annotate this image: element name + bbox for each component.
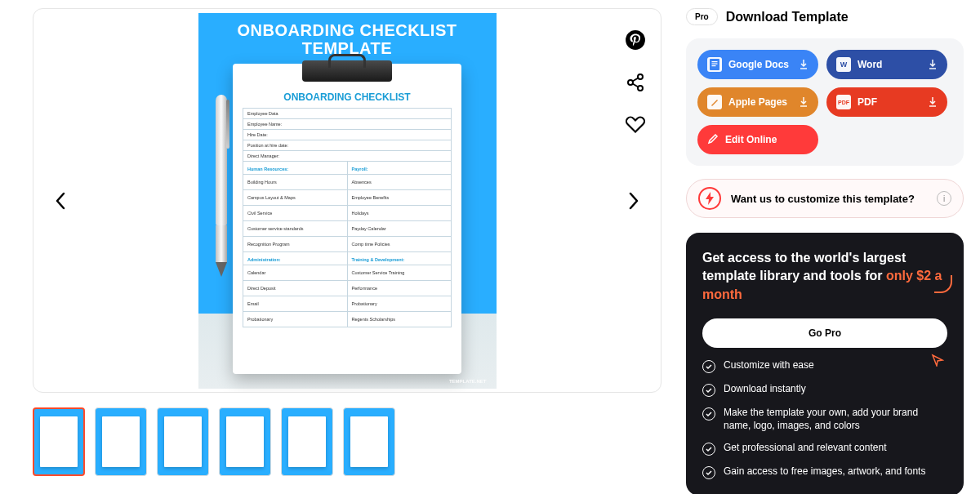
doc-row: Direct Deposit: [243, 281, 347, 296]
svg-point-1: [638, 74, 643, 79]
word-icon: W: [836, 57, 851, 72]
doc-title: ONBOARDING CHECKLIST: [243, 91, 452, 103]
doc-section-title: Payroll:: [348, 162, 452, 175]
doc-row: Performance: [348, 281, 452, 296]
check-icon: [702, 384, 715, 397]
svg-rect-8: [712, 64, 718, 65]
next-button[interactable]: [621, 189, 646, 213]
promo-panel: Get access to the world's largest templa…: [686, 233, 964, 494]
doc-row: Payday Calendar: [348, 221, 452, 237]
doc-row: Probationary: [243, 312, 347, 327]
check-icon: [702, 360, 715, 373]
doc-column: Payroll:AbsencesEmployee BenefitsHoliday…: [348, 162, 452, 327]
doc-row: Probationary: [348, 296, 452, 312]
doc-head-row: Employee Name:: [243, 119, 451, 130]
check-icon: [702, 466, 715, 479]
doc-head-row: Hire Date:: [243, 130, 451, 140]
thumb-inner: [102, 416, 140, 467]
pro-badge: Pro: [686, 8, 718, 25]
svg-line-5: [633, 84, 639, 87]
doc-row: Employee Benefits: [348, 190, 452, 206]
download-apple-pages[interactable]: Apple Pages: [697, 87, 818, 117]
bolt-icon: [698, 187, 721, 210]
thumb-inner: [164, 416, 202, 467]
thumbnail-4[interactable]: [219, 407, 271, 476]
doc-section-title: Administration:: [243, 252, 347, 265]
thumb-inner: [350, 416, 388, 467]
customize-cta[interactable]: Want us to customize this template? i: [686, 179, 964, 218]
doc-row: Comp time Policies: [348, 237, 452, 252]
thumbnail-2[interactable]: [95, 407, 147, 476]
watermark: TEMPLATE.NET: [449, 379, 487, 384]
thumbnail-strip: [33, 407, 662, 476]
pages-icon: [707, 95, 722, 109]
edit-online-button[interactable]: Edit Online: [697, 125, 818, 154]
doc-row: Civil Service: [243, 206, 347, 221]
download-google-docs[interactable]: Google Docs: [697, 50, 818, 79]
doc-head-row: Direct Manager:: [243, 151, 451, 161]
pinterest-icon[interactable]: [625, 29, 646, 51]
doc-row: Email: [243, 296, 347, 312]
customize-text: Want us to customize this template?: [731, 193, 927, 205]
template-heading: ONBOARDING CHECKLIST TEMPLATE: [238, 21, 457, 57]
download-icon: [799, 60, 808, 69]
doc-row: Building Hours: [243, 175, 347, 190]
feature-item: Make the template your own, add your bra…: [702, 407, 947, 432]
prev-button[interactable]: [48, 189, 73, 213]
feature-text: Make the template your own, add your bra…: [724, 407, 947, 432]
download-word[interactable]: W Word: [826, 50, 947, 79]
doc-column: Human Resources:Building HoursCampus Lay…: [243, 162, 348, 327]
cursor-icon: [931, 354, 944, 370]
template-preview: ONBOARDING CHECKLIST TEMPLATE ONBOARDING…: [198, 13, 497, 389]
feature-text: Download instantly: [724, 383, 806, 396]
pdf-icon: PDF: [836, 95, 851, 109]
doc-row: Calendar: [243, 265, 347, 281]
gdocs-icon: [707, 57, 722, 72]
feature-item: Download instantly: [702, 383, 947, 397]
doc-section-title: Human Resources:: [243, 162, 347, 175]
doc-row: Holidays: [348, 206, 452, 221]
doc-row: Customer service standards: [243, 221, 347, 237]
thumbnail-3[interactable]: [157, 407, 209, 476]
feature-item: Customize with ease: [702, 359, 947, 373]
doc-row: Absences: [348, 175, 452, 190]
svg-line-4: [633, 78, 639, 82]
edit-label: Edit Online: [725, 134, 777, 145]
thumb-inner: [288, 416, 326, 467]
preview-card: ONBOARDING CHECKLIST TEMPLATE ONBOARDING…: [33, 8, 662, 393]
download-icon: [799, 97, 808, 107]
page-title: Download Template: [726, 10, 849, 24]
gdocs-label: Google Docs: [728, 59, 792, 70]
svg-point-2: [628, 80, 633, 85]
share-icon[interactable]: [625, 72, 646, 93]
doc-row: Campus Layout & Maps: [243, 190, 347, 206]
pen-graphic: [213, 95, 229, 289]
preview-actions: [625, 29, 646, 136]
doc-row: Recognition Program: [243, 237, 347, 252]
check-icon: [702, 443, 715, 456]
swoosh-decoration: [934, 275, 952, 293]
thumbnail-5[interactable]: [281, 407, 333, 476]
thumbnail-1[interactable]: [33, 407, 85, 476]
word-label: Word: [858, 59, 921, 70]
pencil-icon: [707, 133, 719, 147]
check-icon: [702, 407, 715, 421]
thumbnail-6[interactable]: [343, 407, 395, 476]
feature-text: Gain access to free images, artwork, and…: [724, 465, 925, 478]
promo-headline: Get access to the world's largest templa…: [702, 249, 947, 304]
feature-item: Get professional and relevant content: [702, 442, 947, 456]
info-icon: i: [937, 191, 951, 206]
download-icon: [928, 60, 938, 69]
thumb-inner: [226, 416, 264, 467]
doc-head-row: Position at hire date:: [243, 140, 451, 151]
svg-rect-7: [712, 61, 718, 62]
clipboard-document: ONBOARDING CHECKLIST Employee DataEmploy…: [233, 64, 461, 374]
download-pdf[interactable]: PDF PDF: [826, 87, 947, 117]
svg-point-3: [638, 86, 643, 91]
svg-rect-9: [712, 65, 716, 66]
feature-text: Customize with ease: [724, 359, 814, 372]
favorite-icon[interactable]: [625, 114, 646, 136]
go-pro-button[interactable]: Go Pro: [702, 318, 947, 348]
svg-rect-6: [710, 59, 719, 70]
pages-label: Apple Pages: [728, 96, 792, 108]
